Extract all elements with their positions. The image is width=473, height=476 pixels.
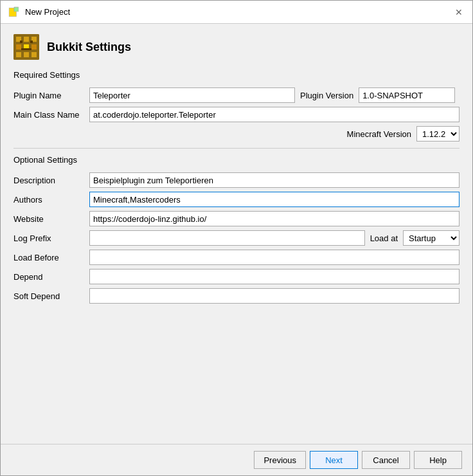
title-bar-text: New Project [25,7,70,17]
next-button[interactable]: Next [310,451,358,469]
description-label: Description [13,176,84,185]
minecraft-version-select[interactable]: 1.12.2 1.13 1.14 1.15 1.16 [416,126,460,142]
depend-input[interactable] [89,269,460,284]
log-prefix-label: Log Prefix [13,233,84,243]
svg-rect-8 [16,44,21,50]
plugin-name-input[interactable] [89,87,295,103]
plugin-version-input[interactable] [359,87,455,103]
optional-section-label: Optional Settings [13,155,460,165]
website-label: Website [13,214,84,224]
cancel-button[interactable]: Cancel [362,451,410,469]
previous-button[interactable]: Previous [254,451,306,469]
main-class-input[interactable] [89,107,460,122]
svg-rect-16 [21,48,31,50]
svg-rect-15 [30,41,33,43]
authors-input[interactable] [89,192,460,207]
authors-label: Authors [13,195,84,205]
website-row: Website [13,211,460,226]
minecraft-version-label: Minecraft Version [347,129,411,139]
dialog-body: Bukkit Settings Required Settings Plugin… [1,24,472,444]
soft-depend-label: Soft Depend [13,291,84,301]
optional-section: Optional Settings Description Authors We… [13,155,460,304]
title-bar-left: New Project [8,6,70,18]
log-prefix-row: Log Prefix Load at Startup Postworld [13,230,460,246]
website-input[interactable] [89,211,460,226]
load-before-input[interactable] [89,250,460,265]
description-row: Description [13,172,460,188]
main-class-label: Main Class Name [13,110,84,120]
svg-rect-1 [14,7,19,12]
section-divider [13,148,460,149]
footer: Previous Next Cancel Help [1,444,472,475]
svg-rect-12 [24,52,29,57]
plugin-name-label: Plugin Name [13,91,84,100]
log-prefix-input[interactable] [89,230,365,246]
minecraft-version-row: Minecraft Version 1.12.2 1.13 1.14 1.15 … [13,126,460,142]
required-section-label: Required Settings [13,70,460,80]
load-before-label: Load Before [13,253,84,262]
dialog-window: New Project ✕ [0,0,473,476]
close-button[interactable]: ✕ [453,6,465,18]
main-class-row: Main Class Name [13,107,460,122]
bukkit-header: Bukkit Settings [13,34,460,60]
soft-depend-row: Soft Depend [13,288,460,304]
plugin-name-row: Plugin Name Plugin Version [13,87,460,103]
load-before-row: Load Before [13,250,460,265]
svg-rect-14 [20,41,22,43]
svg-rect-13 [31,52,37,57]
bukkit-icon [13,34,39,60]
soft-depend-input[interactable] [89,288,460,304]
load-at-label: Load at [370,233,398,243]
new-project-icon [8,6,20,18]
depend-label: Depend [13,272,84,282]
bukkit-title: Bukkit Settings [47,41,131,54]
authors-row: Authors [13,192,460,207]
svg-rect-11 [16,52,21,57]
required-section: Required Settings Plugin Name Plugin Ver… [13,70,460,142]
help-button[interactable]: Help [414,451,462,469]
title-bar: New Project ✕ [1,1,472,24]
depend-row: Depend [13,269,460,284]
svg-rect-6 [24,37,29,42]
description-input[interactable] [89,172,460,188]
load-at-select[interactable]: Startup Postworld [403,230,460,246]
plugin-version-label: Plugin Version [300,91,353,100]
svg-rect-10 [31,44,37,50]
